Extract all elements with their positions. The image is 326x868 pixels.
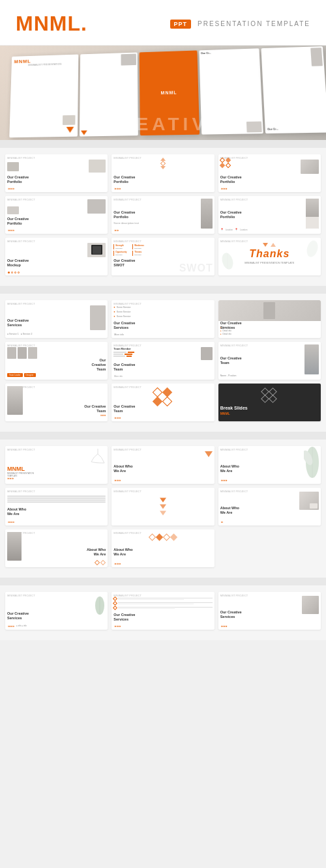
card-footer-2: »»»: [114, 186, 121, 190]
card-title-swot: Our CreativeSWOT: [113, 257, 135, 268]
card-footer-1: »»»: [8, 186, 14, 190]
slide-card-swot[interactable]: MINIMALIST PROJECT SWOT Our CreativeSWOT…: [111, 238, 214, 275]
slide-card-about-diamonds[interactable]: MINIMALIST PROJECT About WhoWe Are »»»: [111, 529, 214, 567]
slide-card-portfolio-2[interactable]: MINIMALIST PROJECT Our CreativePortfolio…: [111, 154, 214, 192]
card-title-team-2: Our CreativeTeam: [113, 361, 135, 372]
hero-creative-text: CREATIVE: [102, 114, 224, 135]
header-subtitle: PRESENTATION TEMPLATE: [198, 20, 310, 27]
team-row-1: MINIMALIST PROJECT OurCreativeTeam Team …: [5, 342, 321, 380]
card-title-about-text: About WhoWe Are: [7, 506, 26, 516]
card-title-services-2: Our CreativeServices: [113, 320, 135, 330]
card-footer-mockup: [8, 272, 20, 273]
slide-card-about-text[interactable]: MINIMALIST PROJECT About WhoWe Are »»»: [5, 488, 108, 525]
ppt-badge: PPT: [170, 20, 192, 29]
services-section: MINIMALIST PROJECT Our CreativeServices …: [0, 294, 326, 432]
card-title-cs-3: Our CreativeServices: [220, 609, 242, 619]
slide-card-portfolio-3[interactable]: MINIMALIST PROJECT Our CreativePortfolio…: [218, 154, 321, 192]
row-3: MINIMALIST PROJECT Our CreativeMockup: [5, 238, 321, 275]
slide-card-cs-2[interactable]: MINIMALIST PROJECT: [111, 592, 214, 630]
slide-card-about-flower[interactable]: MINIMALIST PROJECT About WhoWe Are »»»: [218, 446, 321, 484]
card-title-about-person: About WhoWe Are: [87, 546, 106, 557]
creative-services-bottom: MINIMALIST PROJECT Our CreativeServices …: [0, 585, 326, 640]
card-footer-4: »»»: [8, 228, 14, 232]
services-bottom-row: MINIMALIST PROJECT Our CreativeServices …: [5, 592, 321, 630]
slide-card-about-person[interactable]: MINIMALIST PROJECT About WhoWe Are: [5, 529, 108, 567]
card-title-about-diamonds: About WhoWe Are: [113, 546, 132, 557]
card-title-5: Our CreativePortfolio: [113, 209, 135, 219]
slide-card-mockup[interactable]: MINIMALIST PROJECT Our CreativeMockup: [5, 238, 108, 275]
logo: MNML.: [16, 12, 87, 36]
about-row-2: MINIMALIST PROJECT About WhoWe Are »»» M…: [5, 488, 321, 525]
slide-card-services-1[interactable]: MINIMALIST PROJECT Our CreativeServices …: [5, 300, 108, 338]
card-title-mockup: Our CreativeMockup: [7, 257, 29, 268]
slide-card-thanks[interactable]: MINIMALIST PROJECT Thanks MINIMALIST PRE…: [218, 238, 321, 275]
card-title-2: Our CreativePortfolio: [113, 174, 135, 184]
portfolio-row-2: MINIMALIST PROJECT Our CreativePortfolio…: [5, 196, 321, 234]
slide-card-about-1[interactable]: MINIMALIST PROJECT About WhoWe Are »»»: [111, 446, 214, 484]
svg-point-2: [306, 240, 319, 258]
slide-card-cs-1[interactable]: MINIMALIST PROJECT Our CreativeServices …: [5, 592, 108, 630]
card-footer-5: »»: [114, 228, 119, 232]
slide-card-portfolio-5[interactable]: MINIMALIST PROJECT Our CreativePortfolio…: [111, 196, 214, 234]
card-title-about-flower: About WhoWe Are: [220, 463, 239, 473]
thanks-text: Thanks: [249, 248, 289, 260]
about-row-1: MINIMALIST PROJECT MNML MINIMALIST PRESE…: [5, 446, 321, 484]
card-title-4: Our CreativePortfolio: [7, 216, 29, 226]
card-title-3: Our CreativePortfolio: [220, 174, 242, 184]
slide-card-services-2[interactable]: MINIMALIST PROJECT ●Some Service ●Some S…: [111, 300, 214, 338]
header-right: PPT PRESENTATION TEMPLATE: [170, 20, 310, 29]
hero-banner: MNML MINIMALIST PRESENTATION MNML Our Cr…: [0, 46, 326, 140]
slide-card-mnml[interactable]: MINIMALIST PROJECT MNML MINIMALIST PRESE…: [5, 446, 108, 484]
slide-card-team-3[interactable]: MINIMALIST PROJECT Our CreativeTeam Name…: [218, 342, 321, 380]
services-row-1: MINIMALIST PROJECT Our CreativeServices …: [5, 300, 321, 338]
portfolio-row-1: MINIMALIST PROJECT Our CreativePortfolio…: [5, 154, 321, 192]
card-title-team-3: Our CreativeTeam: [220, 355, 242, 365]
slide-card-team-4[interactable]: MINIMALIST PROJECT Our CreativeTeam »»»: [5, 384, 108, 421]
card-title-team-1: OurCreativeTeam: [92, 357, 106, 372]
card-footer-3: »»»: [221, 186, 228, 190]
slide-card-services-3[interactable]: MINIMALIST PROJECT Our CreativeServices …: [218, 300, 321, 338]
about-row-3: MINIMALIST PROJECT About WhoWe Are MINIM…: [5, 529, 321, 567]
card-title-6: Our CreativePortfolio: [220, 209, 242, 219]
slide-card-team-1[interactable]: MINIMALIST PROJECT OurCreativeTeam Team …: [5, 342, 108, 380]
slide-card-arrows[interactable]: MINIMALIST PROJECT: [111, 488, 214, 525]
team-row-2: MINIMALIST PROJECT Our CreativeTeam »»» …: [5, 384, 321, 421]
card-title-interior: About WhoWe Are: [220, 505, 239, 515]
slide-card-portfolio-4[interactable]: MINIMALIST PROJECT Our CreativePortfolio…: [5, 196, 108, 234]
slide-card-team-2[interactable]: MINIMALIST PROJECT Team Member: [111, 342, 214, 380]
thanks-subtitle: MINIMALIST PRESENTATION TEMPLATE: [244, 261, 294, 265]
about-section: MINIMALIST PROJECT MNML MINIMALIST PRESE…: [0, 440, 326, 578]
slide-card-about-interior[interactable]: MINIMALIST PROJECT About WhoWe Are »: [218, 488, 321, 525]
slide-card-portfolio-1[interactable]: MINIMALIST PROJECT Our CreativePortfolio…: [5, 154, 108, 192]
slide-section-1: MINIMALIST PROJECT Our CreativePortfolio…: [0, 148, 326, 286]
slide-card-team-5[interactable]: MINIMALIST PROJECT Our CreativeTeam »»»: [111, 384, 214, 421]
card-title-1: Our CreativePortfolio: [7, 174, 29, 184]
slide-card-break[interactable]: Break Slides MNML: [218, 384, 321, 421]
card-title-cs-2: Our CreativeServices: [113, 611, 135, 622]
card-title-services-1: Our CreativeServices: [7, 317, 29, 328]
header: MNML. PPT PRESENTATION TEMPLATE: [0, 0, 326, 46]
slide-card-cs-3[interactable]: MINIMALIST PROJECT Our CreativeServices …: [218, 592, 321, 630]
slide-card-portfolio-6[interactable]: MINIMALIST PROJECT Our CreativePortfolio…: [218, 196, 321, 234]
card-title-about-1: About WhoWe Are: [113, 463, 132, 473]
card-title-team-5: Our CreativeTeam: [113, 403, 135, 413]
card-title-cs-1: Our CreativeServices: [7, 610, 29, 621]
